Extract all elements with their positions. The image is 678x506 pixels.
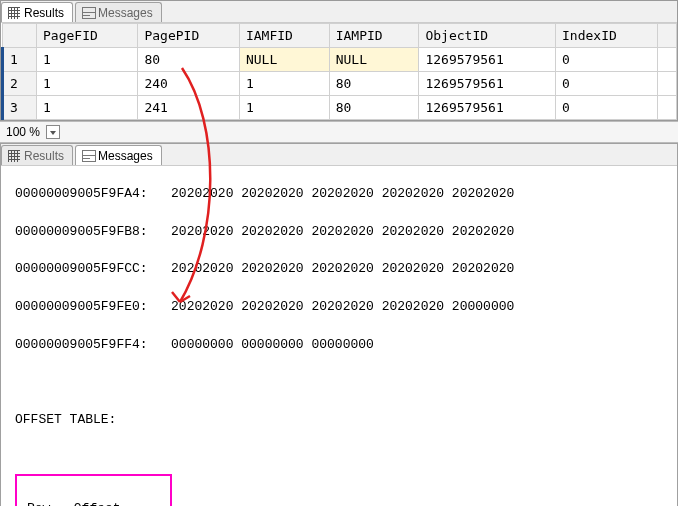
row-number[interactable]: 3 <box>3 96 37 120</box>
cell[interactable]: 1 <box>239 96 329 120</box>
tab-results-label: Results <box>24 6 64 20</box>
results-grid[interactable]: PageFID PagePID IAMFID IAMPID ObjectID I… <box>1 23 677 120</box>
messages-output[interactable]: 00000009005F9FA4: 20202020 20202020 2020… <box>1 166 677 506</box>
cell[interactable]: 240 <box>138 72 239 96</box>
table-row[interactable]: 1 1 80 NULL NULL 1269579561 0 <box>3 48 677 72</box>
cell-filler <box>657 48 676 72</box>
row-number[interactable]: 1 <box>3 48 37 72</box>
col-objectid[interactable]: ObjectID <box>419 24 556 48</box>
grid-icon <box>8 7 20 19</box>
bottom-tabbar: Results Messages <box>1 144 677 166</box>
cell[interactable]: 1 <box>37 72 138 96</box>
col-indexid[interactable]: IndexID <box>556 24 657 48</box>
col-pagepid[interactable]: PagePID <box>138 24 239 48</box>
tab-messages-bottom[interactable]: Messages <box>75 145 162 165</box>
hex-line: 00000009005F9FCC: 20202020 20202020 2020… <box>15 260 663 279</box>
table-row[interactable]: 3 1 241 1 80 1269579561 0 <box>3 96 677 120</box>
row-number[interactable]: 2 <box>3 72 37 96</box>
top-tabbar: Results Messages <box>1 1 677 23</box>
grid-corner <box>3 24 37 48</box>
cell-filler <box>657 96 676 120</box>
zoom-label: 100 % <box>6 125 40 139</box>
cell[interactable]: 0 <box>556 96 657 120</box>
messages-icon <box>82 7 94 19</box>
cell[interactable]: 0 <box>556 48 657 72</box>
col-iampid[interactable]: IAMPID <box>329 24 419 48</box>
tab-results-top[interactable]: Results <box>1 2 73 22</box>
messages-icon <box>82 150 94 162</box>
hex-line: 00000009005F9FB8: 20202020 20202020 2020… <box>15 223 663 242</box>
zoom-bar: 100 % <box>0 121 678 143</box>
offset-title: OFFSET TABLE: <box>15 412 116 427</box>
col-filler <box>657 24 676 48</box>
tab-messages-top[interactable]: Messages <box>75 2 162 22</box>
cell[interactable]: 1 <box>37 96 138 120</box>
table-row[interactable]: 2 1 240 1 80 1269579561 0 <box>3 72 677 96</box>
cell[interactable]: 1269579561 <box>419 48 556 72</box>
cell[interactable]: 1 <box>239 72 329 96</box>
cell[interactable]: 80 <box>329 72 419 96</box>
tab-messages-label: Messages <box>98 149 153 163</box>
cell[interactable]: 80 <box>138 48 239 72</box>
hex-line: 00000009005F9FF4: 00000000 00000000 0000… <box>15 336 663 355</box>
offset-table-box: Row - Offset 6 (0x6) - 0 (0x0) 5 (0x5) -… <box>15 474 172 507</box>
hex-line: 00000009005F9FA4: 20202020 20202020 2020… <box>15 185 663 204</box>
cell[interactable]: 0 <box>556 72 657 96</box>
cell[interactable]: 1269579561 <box>419 96 556 120</box>
zoom-dropdown[interactable] <box>46 125 60 139</box>
tab-messages-label: Messages <box>98 6 153 20</box>
tab-results-label: Results <box>24 149 64 163</box>
grid-icon <box>8 150 20 162</box>
cell-filler <box>657 72 676 96</box>
cell[interactable]: 241 <box>138 96 239 120</box>
col-pagefid[interactable]: PageFID <box>37 24 138 48</box>
cell-null[interactable]: NULL <box>239 48 329 72</box>
cell[interactable]: 80 <box>329 96 419 120</box>
cell-null[interactable]: NULL <box>329 48 419 72</box>
hex-line: 00000009005F9FE0: 20202020 20202020 2020… <box>15 298 663 317</box>
col-iamfid[interactable]: IAMFID <box>239 24 329 48</box>
cell[interactable]: 1269579561 <box>419 72 556 96</box>
cell[interactable]: 1 <box>37 48 138 72</box>
tab-results-bottom[interactable]: Results <box>1 145 73 165</box>
offset-header: Row - Offset <box>27 501 121 506</box>
